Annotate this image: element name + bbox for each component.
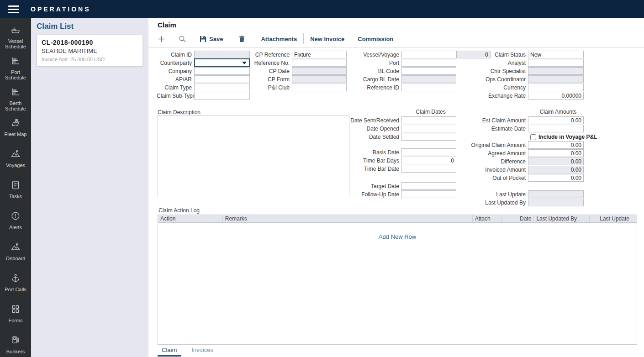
port-label: Port [350, 60, 401, 66]
sidebar-item-vessel-schedule[interactable]: Vessel Schedule [0, 25, 31, 56]
exchange-rate-input[interactable] [528, 92, 584, 100]
save-button[interactable]: Save [197, 35, 226, 43]
form-column-1: Claim ID Counterparty Company AP/AR Clai… [157, 51, 250, 100]
new-invoice-button[interactable]: New Invoice [307, 35, 347, 43]
sidebar-item-port-schedule[interactable]: Port Schedule [0, 56, 31, 87]
basis-date-input[interactable] [401, 148, 456, 156]
sidebar-item-fleet-map[interactable]: Fleet Map [0, 118, 31, 149]
estimate-date-label: Estimate Date [461, 126, 528, 132]
plus-icon [158, 35, 165, 43]
company-label: Company [157, 68, 194, 74]
attachments-button[interactable]: Attachments [258, 35, 300, 43]
page-title: Claim [158, 21, 176, 29]
agreed-amount-label: Agreed Amount [461, 150, 528, 157]
bl-code-label: BL Code [350, 68, 401, 74]
target-date-label: Target Date [350, 183, 401, 189]
app-window: OPERATIONS Vessel Schedule Port Schedule [0, 0, 644, 357]
sidebar-item-forms[interactable]: Forms [0, 304, 31, 335]
last-update-label: Last Update [461, 191, 528, 198]
currency-input[interactable] [528, 84, 584, 91]
target-date-input[interactable] [401, 182, 456, 190]
analyst-input[interactable] [528, 59, 584, 67]
counterparty-select[interactable] [194, 58, 250, 67]
reference-id-input[interactable] [401, 84, 456, 91]
gantt-icon [11, 56, 21, 68]
est-claim-amount-input[interactable] [528, 116, 584, 124]
pi-club-input[interactable] [292, 84, 347, 91]
ap-ar-input[interactable] [194, 75, 250, 83]
vessel-voyage-input[interactable] [401, 51, 456, 58]
add-button[interactable] [155, 34, 168, 44]
claim-type-input[interactable] [194, 84, 250, 91]
claim-action-log-label: Claim Action Log [158, 207, 200, 214]
time-bar-date-input[interactable] [401, 165, 456, 173]
app-title: OPERATIONS [31, 5, 91, 13]
time-bar-days-input[interactable] [401, 157, 456, 164]
alert-circle-icon [11, 211, 21, 223]
claim-sub-type-label: Claim Sub-Type [157, 93, 194, 99]
include-voyage-pl-checkbox[interactable] [530, 134, 536, 140]
estimate-date-input[interactable] [528, 125, 584, 132]
cp-reference-input[interactable] [292, 51, 347, 58]
sidebar-item-tasks[interactable]: Tasks [0, 180, 31, 211]
date-opened-input[interactable] [401, 125, 456, 132]
claim-form: Claim Save [148, 18, 644, 357]
bottom-tabs: Claim Invoices [158, 345, 217, 357]
claim-description-label: Claim Description [158, 109, 201, 116]
claim-sub-type-input[interactable] [194, 92, 250, 100]
date-sent-received-input[interactable] [401, 116, 456, 124]
column-header-last-updated-by: Last Updated By [534, 215, 590, 222]
claim-dates-section: Date Sent/Received Date Opened Date Sett… [350, 116, 456, 199]
date-opened-label: Date Opened [350, 126, 401, 132]
difference-label: Difference [461, 158, 528, 165]
table-header-row: Action Remarks Attach Date Last Updated … [158, 215, 637, 223]
chtr-specialist-label: Chtr Specialist [461, 68, 528, 74]
date-settled-input[interactable] [401, 133, 456, 141]
claim-amounts-title: Claim Amounts [530, 109, 586, 115]
claim-amounts-section: Est Claim Amount Estimate Date Include i… [461, 116, 597, 207]
port-input[interactable] [401, 59, 456, 67]
delete-button[interactable] [236, 34, 248, 43]
tab-invoices[interactable]: Invoices [187, 345, 217, 357]
ops-coordinator-input [528, 75, 584, 83]
claim-card-invoice-amount: Invoice Amt: 25,000.00 USD [42, 57, 138, 62]
toolbar-separator [172, 33, 172, 44]
cargo-bl-date-input [401, 75, 456, 83]
hamburger-menu-icon[interactable] [8, 5, 19, 13]
company-input[interactable] [194, 67, 250, 75]
add-new-row-link[interactable]: Add New Row [158, 233, 637, 240]
reference-no-input[interactable] [292, 59, 347, 67]
claim-list-item[interactable]: CL-2018-000190 SEATIDE MARITIME Invoice … [37, 35, 143, 66]
sidebar-item-voyages[interactable]: Voyages [0, 149, 31, 180]
last-update-input [528, 190, 584, 198]
sidebar-item-port-calls[interactable]: Port Calls [0, 273, 31, 304]
checklist-icon [11, 180, 21, 192]
topbar: OPERATIONS [0, 0, 644, 18]
claim-id-input [194, 51, 250, 58]
claim-card-id: CL-2018-000190 [42, 39, 138, 46]
bl-code-input[interactable] [401, 67, 456, 75]
column-header-last-update: Last Update [590, 215, 632, 222]
tab-claim[interactable]: Claim [158, 345, 181, 357]
commission-button[interactable]: Commission [355, 35, 396, 43]
last-updated-by-input [528, 199, 584, 206]
difference-input [528, 158, 584, 165]
original-claim-amount-input[interactable] [528, 141, 584, 149]
search-button[interactable] [176, 34, 189, 44]
follow-up-date-input[interactable] [401, 190, 456, 198]
form-column-4: Claim Status Analyst Chtr Specialist Ops… [461, 51, 584, 100]
out-of-pocket-input[interactable] [528, 174, 584, 182]
pi-club-label: P&I Club [250, 84, 292, 91]
sidebar-item-berth-schedule[interactable]: Berth Schedule [0, 87, 31, 118]
est-claim-amount-label: Est Claim Amount [461, 117, 528, 124]
agreed-amount-input[interactable] [528, 149, 584, 157]
claim-description-textarea[interactable] [158, 115, 349, 197]
sidebar-item-onboard[interactable]: Onboard [0, 242, 31, 273]
sidebar-item-bunkers[interactable]: Bunkers [0, 335, 31, 357]
claim-status-input[interactable] [528, 51, 584, 58]
cp-reference-label: CP Reference [250, 52, 292, 58]
cp-date-input [292, 67, 347, 75]
sidebar-item-alerts[interactable]: Alerts [0, 211, 31, 242]
claim-id-label: Claim ID [157, 52, 194, 58]
column-header-attach: Attach [473, 215, 501, 222]
